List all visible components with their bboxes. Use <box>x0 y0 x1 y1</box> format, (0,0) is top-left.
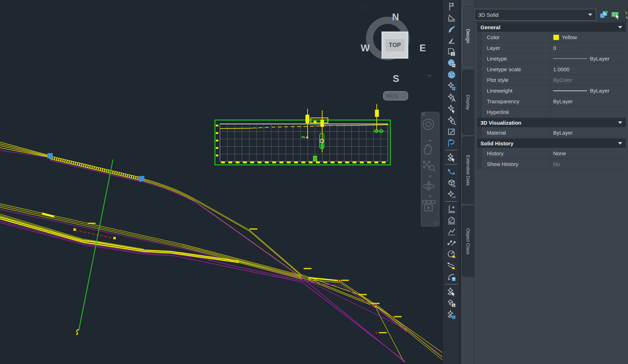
red-dashed-line <box>75 230 115 239</box>
caret-down-icon[interactable] <box>428 176 432 178</box>
showmotion-icon[interactable] <box>421 198 439 215</box>
property-row-color: Color Yellow <box>477 32 626 43</box>
property-row-show-history: Show History No <box>477 159 626 170</box>
select-objects-icon[interactable] <box>611 10 621 20</box>
property-row-linetype: Linetype ByLayer <box>477 53 626 64</box>
viewcube-menu-caret[interactable] <box>427 75 432 78</box>
grip-1[interactable] <box>47 153 53 158</box>
tab-design[interactable]: Design <box>462 4 474 68</box>
viewcube-south[interactable]: S <box>393 74 399 84</box>
viewcube[interactable]: N W E S TOP <box>360 4 431 87</box>
toolbar-separator <box>445 164 457 165</box>
circle-brush-icon[interactable] <box>443 249 460 260</box>
zoom-icon[interactable] <box>421 158 439 175</box>
property-row-lineweight: Lineweight ByLayer <box>477 85 626 96</box>
quick-select-icon[interactable] <box>599 10 609 20</box>
viewcube-north[interactable]: N <box>392 12 399 22</box>
globe-points-icon[interactable] <box>443 69 460 80</box>
color-swatch <box>553 35 559 40</box>
pan-hand-icon[interactable] <box>421 143 439 158</box>
steering-wheel-icon[interactable] <box>421 117 439 139</box>
property-row-history: History None <box>477 148 626 159</box>
point-group-hash-icon[interactable] <box>443 309 460 320</box>
point-zoom-icon[interactable] <box>443 115 460 126</box>
point-hash-icon[interactable] <box>443 81 460 92</box>
wcs-dropdown[interactable]: WCS <box>383 91 408 100</box>
toolbar-separator <box>445 201 457 202</box>
tab-object-class[interactable]: Object Class <box>462 206 474 277</box>
segments-icon[interactable] <box>443 238 460 248</box>
collapse-icon <box>618 142 622 145</box>
object-type-dropdown[interactable]: 3D Solid <box>474 9 596 21</box>
wcs-label: WCS <box>386 93 398 99</box>
curve-point-icon[interactable] <box>443 166 460 177</box>
axis-icon[interactable] <box>443 203 460 214</box>
properties-palette: 3D Solid General Color Yellow <box>474 0 628 364</box>
viewcube-east[interactable]: E <box>419 43 426 53</box>
point-cursor-icon[interactable] <box>443 104 460 114</box>
toggle-pickadd-icon[interactable] <box>624 10 628 20</box>
viewcube-west[interactable]: W <box>361 43 370 53</box>
point-letter-a-icon[interactable] <box>443 92 460 103</box>
point-rotate-icon[interactable] <box>443 189 460 200</box>
sheet-pencil-icon[interactable] <box>443 126 460 137</box>
collapse-icon <box>618 121 622 124</box>
toolbar-separator-dotted <box>445 284 457 285</box>
property-row-hyperlink: Hyperlink <box>477 107 626 118</box>
section-header-general[interactable]: General <box>477 22 626 32</box>
lines-brush-icon[interactable] <box>443 260 460 271</box>
flag-icon[interactable] <box>443 1 460 12</box>
angle-icon[interactable] <box>443 35 460 46</box>
property-row-layer: Layer 0 <box>477 43 626 53</box>
polygon-line-icon[interactable] <box>443 215 460 225</box>
chevron-down-icon <box>401 95 405 97</box>
zigzag-line-icon[interactable] <box>443 226 460 237</box>
grip-2[interactable] <box>139 176 144 181</box>
chevron-down-icon <box>588 14 592 16</box>
home-icon[interactable] <box>360 4 368 10</box>
profile-view <box>215 104 390 165</box>
property-row-material: Material ByLayer <box>477 128 626 138</box>
tab-display[interactable]: Display <box>462 70 474 135</box>
customize-icon[interactable] <box>434 221 437 225</box>
property-row-linetype-scale: Linetype scale 1.0000 <box>477 64 626 75</box>
model-space-canvas[interactable]: N W E S TOP WCS <box>0 0 442 364</box>
linetype-sample <box>553 58 587 59</box>
navigation-bar[interactable] <box>421 112 439 227</box>
curve-slash-icon[interactable] <box>443 24 460 35</box>
solid-arrows-icon[interactable] <box>443 178 460 188</box>
property-row-transparency: Transparency ByLayer <box>477 96 626 107</box>
surface-sheets-icon[interactable] <box>443 298 460 308</box>
viewcube-top-face[interactable]: TOP <box>381 31 408 59</box>
section-header-3d-visualization[interactable]: 3D Visualization <box>477 118 626 127</box>
caret-down-icon[interactable] <box>428 196 432 198</box>
viewcube-top-label: TOP <box>385 39 405 51</box>
path-icon[interactable] <box>443 138 460 149</box>
caret-down-icon[interactable] <box>428 140 432 142</box>
point-group-cursor-2-icon[interactable] <box>443 286 460 297</box>
orbit-icon[interactable] <box>421 178 439 195</box>
arc-table-icon[interactable] <box>443 272 460 282</box>
autocad-window: N W E S TOP WCS <box>0 0 628 364</box>
globe-grid-icon[interactable] <box>443 58 460 69</box>
property-row-plot-style: Plot style ByColor <box>477 75 626 85</box>
layout-sheet-icon[interactable] <box>443 47 460 57</box>
green-line <box>79 160 113 331</box>
collapse-icon <box>618 26 622 28</box>
section-header-solid-history[interactable]: Solid History <box>477 139 626 148</box>
palette-tab-strip: Design Display Extended Data Object Clas… <box>461 0 474 364</box>
point-group-cursor-icon[interactable] <box>443 152 460 163</box>
toolbar-separator <box>445 150 457 150</box>
survey-toolbar <box>442 0 460 364</box>
lineweight-sample <box>553 90 587 91</box>
tab-extended-data[interactable]: Extended Data <box>462 137 474 204</box>
object-type-value: 3D Solid <box>478 12 499 18</box>
close-icon[interactable] <box>421 112 426 116</box>
protractor-icon[interactable] <box>443 12 460 23</box>
